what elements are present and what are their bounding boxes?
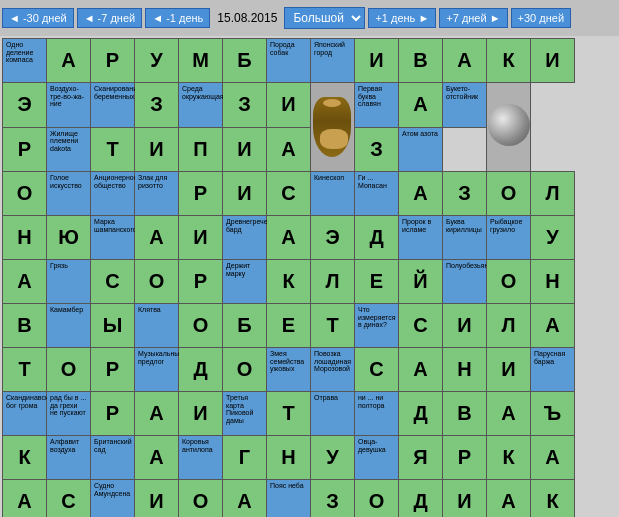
minus30-button[interactable]: ◄ -30 дней — [2, 8, 74, 28]
minus1-button[interactable]: ◄ -1 день — [145, 8, 210, 28]
table-cell[interactable]: Анционерное общество — [91, 172, 135, 216]
table-cell[interactable]: А — [3, 260, 47, 304]
table-cell[interactable]: Й — [399, 260, 443, 304]
table-cell[interactable]: Н — [267, 436, 311, 480]
table-cell[interactable]: К — [267, 260, 311, 304]
table-cell[interactable]: К — [3, 436, 47, 480]
table-cell[interactable]: Пояс неба — [267, 480, 311, 518]
table-cell[interactable]: Э — [311, 216, 355, 260]
table-cell[interactable]: Повозка лошадиная Морозовой — [311, 348, 355, 392]
table-cell[interactable]: Н — [531, 260, 575, 304]
table-cell[interactable]: И — [179, 392, 223, 436]
table-cell[interactable]: И — [135, 127, 179, 172]
table-cell[interactable]: Ги ... Мопасан — [355, 172, 399, 216]
table-cell[interactable]: В — [399, 39, 443, 83]
table-cell[interactable]: А — [399, 172, 443, 216]
table-cell[interactable]: Д — [399, 480, 443, 518]
table-cell[interactable]: Т — [267, 392, 311, 436]
table-cell[interactable]: Алфавит воздуха — [47, 436, 91, 480]
table-cell[interactable]: Р — [91, 392, 135, 436]
table-cell[interactable]: К — [487, 436, 531, 480]
table-cell[interactable]: Букето-отстойник — [443, 83, 487, 128]
table-cell[interactable]: И — [531, 39, 575, 83]
table-cell[interactable]: А — [135, 216, 179, 260]
table-cell[interactable]: Музыкальный предлог — [135, 348, 179, 392]
table-cell[interactable]: О — [135, 260, 179, 304]
table-cell[interactable]: И — [135, 480, 179, 518]
table-cell[interactable]: И — [355, 39, 399, 83]
table-cell[interactable]: Ы — [91, 304, 135, 348]
table-cell[interactable]: Н — [3, 216, 47, 260]
table-cell[interactable]: Первая буква славян — [355, 83, 399, 128]
table-cell[interactable]: Т — [3, 348, 47, 392]
table-cell[interactable]: И — [223, 127, 267, 172]
table-cell[interactable]: А — [487, 392, 531, 436]
table-cell[interactable]: И — [179, 216, 223, 260]
table-cell[interactable]: Р — [443, 436, 487, 480]
table-cell[interactable]: Воздухо-тре-во-жа-ние — [47, 83, 91, 128]
table-cell[interactable]: рад бы в ... да грехи не пускают — [47, 392, 91, 436]
table-cell[interactable]: О — [223, 348, 267, 392]
table-cell[interactable]: Парусная баржа — [531, 348, 575, 392]
table-cell[interactable]: З — [311, 480, 355, 518]
table-cell[interactable]: А — [267, 216, 311, 260]
table-cell[interactable]: И — [487, 348, 531, 392]
table-cell[interactable]: Д — [399, 392, 443, 436]
table-cell[interactable]: Н — [443, 348, 487, 392]
table-cell[interactable]: Ю — [47, 216, 91, 260]
table-cell[interactable]: Т — [311, 304, 355, 348]
table-cell[interactable]: Буква кириллицы — [443, 216, 487, 260]
table-cell[interactable]: У — [531, 216, 575, 260]
table-cell[interactable]: А — [487, 480, 531, 518]
table-cell[interactable]: Пророк в исламе — [399, 216, 443, 260]
table-cell[interactable]: Г — [223, 436, 267, 480]
table-cell[interactable]: О — [47, 348, 91, 392]
table-cell[interactable]: А — [399, 348, 443, 392]
table-cell[interactable]: Третья карта Пиковой дамы — [223, 392, 267, 436]
table-cell[interactable]: А — [531, 436, 575, 480]
table-cell[interactable]: Д — [179, 348, 223, 392]
table-cell[interactable]: К — [531, 480, 575, 518]
table-cell[interactable]: Л — [311, 260, 355, 304]
table-cell[interactable]: Клятва — [135, 304, 179, 348]
size-select[interactable]: Большой — [284, 7, 365, 29]
table-cell[interactable]: И — [267, 83, 311, 128]
table-cell[interactable]: Б — [223, 304, 267, 348]
table-cell[interactable]: Е — [355, 260, 399, 304]
table-cell[interactable]: Японский город — [311, 39, 355, 83]
table-cell[interactable]: В — [443, 392, 487, 436]
table-cell[interactable]: О — [487, 260, 531, 304]
table-cell[interactable]: Скандинавский бог грома — [3, 392, 47, 436]
plus1-button[interactable]: +1 день ► — [368, 8, 436, 28]
plus30-button[interactable]: +30 дней — [511, 8, 571, 28]
table-cell[interactable]: Древнегреческий бард — [223, 216, 267, 260]
table-cell[interactable]: ни ... ни полтора — [355, 392, 399, 436]
table-cell[interactable]: О — [179, 480, 223, 518]
table-cell[interactable]: Р — [91, 39, 135, 83]
table-cell[interactable]: С — [399, 304, 443, 348]
table-cell[interactable]: Голое искусство — [47, 172, 91, 216]
table-cell[interactable]: Одно деление компаса — [3, 39, 47, 83]
table-cell[interactable]: З — [135, 83, 179, 128]
table-cell[interactable]: Б — [223, 39, 267, 83]
table-cell[interactable]: Коровья антилопа — [179, 436, 223, 480]
table-cell[interactable]: Овца-девушка — [355, 436, 399, 480]
table-cell[interactable]: С — [355, 348, 399, 392]
table-cell[interactable]: Сканирование беременных — [91, 83, 135, 128]
table-cell[interactable]: Отрава — [311, 392, 355, 436]
table-cell[interactable]: Кинескоп — [311, 172, 355, 216]
table-cell[interactable]: Злак для ризотто — [135, 172, 179, 216]
table-cell[interactable]: Британский сад — [91, 436, 135, 480]
table-cell[interactable]: С — [91, 260, 135, 304]
table-cell[interactable]: Порода собак — [267, 39, 311, 83]
table-cell[interactable]: Держит марку — [223, 260, 267, 304]
table-cell[interactable]: Т — [91, 127, 135, 172]
table-cell[interactable]: О — [179, 304, 223, 348]
table-cell[interactable]: Л — [531, 172, 575, 216]
table-cell[interactable]: З — [223, 83, 267, 128]
table-cell[interactable]: А — [135, 392, 179, 436]
table-cell[interactable]: Д — [355, 216, 399, 260]
table-cell[interactable]: Р — [3, 127, 47, 172]
table-cell[interactable]: Среда окружающая — [179, 83, 223, 128]
table-cell[interactable]: С — [47, 480, 91, 518]
